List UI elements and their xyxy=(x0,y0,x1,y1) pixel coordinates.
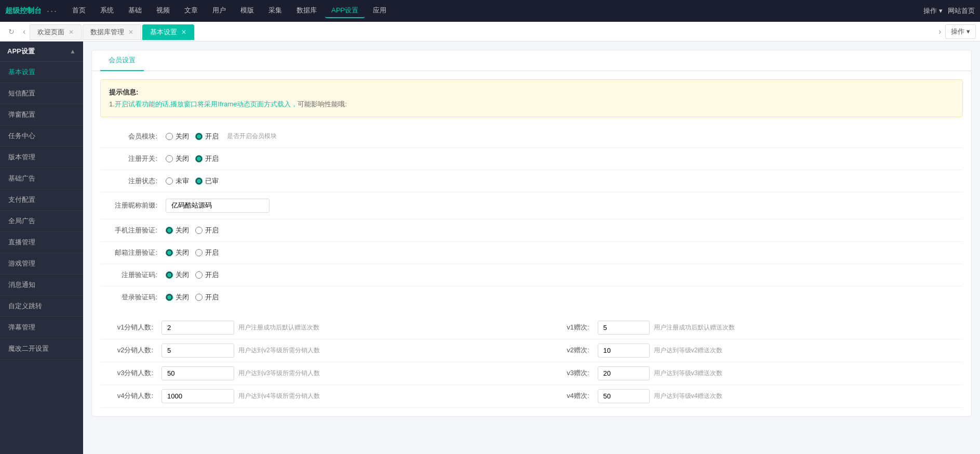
radio-mobile-off[interactable]: 关闭 xyxy=(166,226,189,235)
radio-member-on[interactable]: 开启 xyxy=(195,132,219,141)
radio-email-off[interactable]: 关闭 xyxy=(166,248,189,257)
radio-email-on[interactable]: 开启 xyxy=(195,248,219,257)
sidebar-item-magic-dev[interactable]: 魔改二开设置 xyxy=(0,338,83,360)
tab-prev-btn[interactable]: ‹ xyxy=(19,25,30,38)
nav-app-settings[interactable]: APP设置 xyxy=(325,4,365,18)
input-v4-gift[interactable] xyxy=(598,389,650,403)
brand-title: 超级控制台 xyxy=(5,6,42,16)
card-tab-member-label: 会员设置 xyxy=(109,56,136,64)
tab-database-mgmt-label: 数据库管理 xyxy=(90,27,124,37)
label-login-captcha: 登录验证码: xyxy=(100,293,157,302)
radio-mobile-on[interactable]: 开启 xyxy=(195,226,219,235)
tab-database-mgmt[interactable]: 数据库管理 ✕ xyxy=(83,24,141,40)
controls-member-module: 关闭 开启 xyxy=(166,132,219,141)
input-v3-dist[interactable] xyxy=(162,366,234,380)
sidebar-item-basic-ad[interactable]: 基础广告 xyxy=(0,168,83,189)
label-register-captcha: 注册验证码: xyxy=(100,270,157,280)
radio-member-off[interactable]: 关闭 xyxy=(166,132,189,141)
grid-row-v3: v3分销人数: 用户达到v3等级所需分销人数 v3赠次: 用户达到等级v3赠送次… xyxy=(100,362,963,385)
controls-nickname-prefix xyxy=(166,199,270,213)
form-row-nickname-prefix: 注册昵称前缀: xyxy=(100,192,963,219)
input-v1-gift[interactable] xyxy=(598,321,650,335)
form-row-register-status: 注册状态: 未审 已审 xyxy=(100,170,963,192)
tab-basic-settings-label: 基本设置 xyxy=(150,27,177,37)
sidebar-item-game[interactable]: 游戏管理 xyxy=(0,253,83,274)
hint-member-module: 是否开启会员模块 xyxy=(227,132,277,141)
sidebar-item-redirect[interactable]: 自定义跳转 xyxy=(0,296,83,317)
controls-register-status: 未审 已审 xyxy=(166,176,219,186)
sidebar-item-basic-settings[interactable]: 基本设置 xyxy=(0,62,83,83)
radio-register-off[interactable]: 关闭 xyxy=(166,154,189,163)
tab-basic-close[interactable]: ✕ xyxy=(181,29,186,36)
nav-operation-btn[interactable]: 操作 ▾ xyxy=(923,6,943,16)
nav-collect[interactable]: 采集 xyxy=(262,4,288,18)
radio-reg-captcha-off[interactable]: 关闭 xyxy=(166,270,189,280)
form-row-register-open: 注册开关: 关闭 开启 xyxy=(100,148,963,170)
tab-refresh-btn[interactable]: ↻ xyxy=(4,25,19,38)
sidebar-item-global-ad[interactable]: 全局广告 xyxy=(0,211,83,232)
form-row-login-captcha: 登录验证码: 关闭 开启 xyxy=(100,286,963,308)
hint-v4-gift: 用户达到等级v4赠送次数 xyxy=(654,392,963,401)
nav-home[interactable]: 首页 xyxy=(66,4,92,18)
card-tab-member-settings[interactable]: 会员设置 xyxy=(100,50,144,71)
nav-video[interactable]: 视频 xyxy=(150,4,176,18)
label-v1-dist: v1分销人数: xyxy=(100,323,157,332)
tip-box: 提示信息: 1.开启试看功能的话,播放窗口将采用Iframe动态页面方式载入，可… xyxy=(100,79,963,117)
nav-database[interactable]: 数据库 xyxy=(290,4,323,18)
nav-template[interactable]: 模版 xyxy=(234,4,260,18)
sidebar-collapse-btn[interactable]: ▲ xyxy=(70,48,76,55)
sidebar-item-task-center[interactable]: 任务中心 xyxy=(0,126,83,147)
nav-app[interactable]: 应用 xyxy=(367,4,393,18)
hint-v1-dist: 用户注册成功后默认赠送次数 xyxy=(238,323,548,332)
tab-next-btn[interactable]: › xyxy=(934,25,945,38)
sidebar-item-live[interactable]: 直播管理 xyxy=(0,232,83,253)
tab-welcome[interactable]: 欢迎页面 ✕ xyxy=(30,24,82,40)
input-v2-dist[interactable] xyxy=(162,343,234,357)
nav-article[interactable]: 文章 xyxy=(178,4,204,18)
tab-welcome-close[interactable]: ✕ xyxy=(69,29,74,36)
nav-dots[interactable]: ··· xyxy=(47,6,58,17)
tab-action-btn[interactable]: 操作 ▾ xyxy=(945,24,976,39)
radio-reg-captcha-on[interactable]: 开启 xyxy=(195,270,219,280)
nav-site-home-btn[interactable]: 网站首页 xyxy=(948,6,975,16)
grid-form: v1分销人数: 用户注册成功后默认赠送次数 v1赠次: 用户注册成功后默认赠送次… xyxy=(92,317,971,416)
label-mobile-verify: 手机注册验证: xyxy=(100,226,157,235)
sidebar: APP设置 ▲ 基本设置 短信配置 弹窗配置 任务中心 版本管理 基础广告 支付… xyxy=(0,42,83,454)
input-v3-gift[interactable] xyxy=(598,366,650,380)
form-row-mobile-verify: 手机注册验证: 关闭 开启 xyxy=(100,219,963,242)
nav-user[interactable]: 用户 xyxy=(206,4,232,18)
radio-status-approved[interactable]: 已审 xyxy=(195,176,219,186)
hint-v2-dist: 用户达到v2等级所需分销人数 xyxy=(238,346,548,355)
main-card: 会员设置 提示信息: 1.开启试看功能的话,播放窗口将采用Iframe动态页面方… xyxy=(91,50,972,417)
input-v4-dist[interactable] xyxy=(162,389,234,403)
input-v1-dist[interactable] xyxy=(162,321,234,335)
label-register-open: 注册开关: xyxy=(100,154,157,163)
sidebar-item-danmu[interactable]: 弹幕管理 xyxy=(0,317,83,338)
radio-login-captcha-on[interactable]: 开启 xyxy=(195,293,219,302)
sidebar-item-popup[interactable]: 弹窗配置 xyxy=(0,104,83,126)
grid-row-v1: v1分销人数: 用户注册成功后默认赠送次数 v1赠次: 用户注册成功后默认赠送次… xyxy=(100,317,963,339)
sidebar-item-version[interactable]: 版本管理 xyxy=(0,147,83,168)
tab-bar: ↻ ‹ 欢迎页面 ✕ 数据库管理 ✕ 基本设置 ✕ › 操作 ▾ xyxy=(0,22,980,42)
input-nickname-prefix[interactable] xyxy=(166,199,270,213)
hint-v1-gift: 用户注册成功后默认赠送次数 xyxy=(654,323,963,332)
sidebar-item-payment[interactable]: 支付配置 xyxy=(0,189,83,211)
sidebar-item-sms[interactable]: 短信配置 xyxy=(0,83,83,104)
nav-basic[interactable]: 基础 xyxy=(122,4,148,18)
radio-login-captcha-off[interactable]: 关闭 xyxy=(166,293,189,302)
sidebar-item-message[interactable]: 消息通知 xyxy=(0,274,83,296)
input-v2-gift[interactable] xyxy=(598,343,650,357)
controls-email-verify: 关闭 开启 xyxy=(166,248,219,257)
radio-register-on[interactable]: 开启 xyxy=(195,154,219,163)
grid-row-v4: v4分销人数: 用户达到v4等级所需分销人数 v4赠次: 用户达到等级v4赠送次… xyxy=(100,385,963,408)
hint-v3-dist: 用户达到v3等级所需分销人数 xyxy=(238,369,548,378)
nav-system[interactable]: 系统 xyxy=(94,4,120,18)
card-tabs: 会员设置 xyxy=(92,50,971,71)
tab-basic-settings[interactable]: 基本设置 ✕ xyxy=(142,24,194,40)
controls-register-open: 关闭 开启 xyxy=(166,154,219,163)
controls-register-captcha: 关闭 开启 xyxy=(166,270,219,280)
tab-database-close[interactable]: ✕ xyxy=(128,29,133,36)
form-row-member-module: 会员模块: 关闭 开启 是否开启会员模块 xyxy=(100,126,963,148)
form-row-register-captcha: 注册验证码: 关闭 开启 xyxy=(100,264,963,286)
radio-status-pending[interactable]: 未审 xyxy=(166,176,189,186)
